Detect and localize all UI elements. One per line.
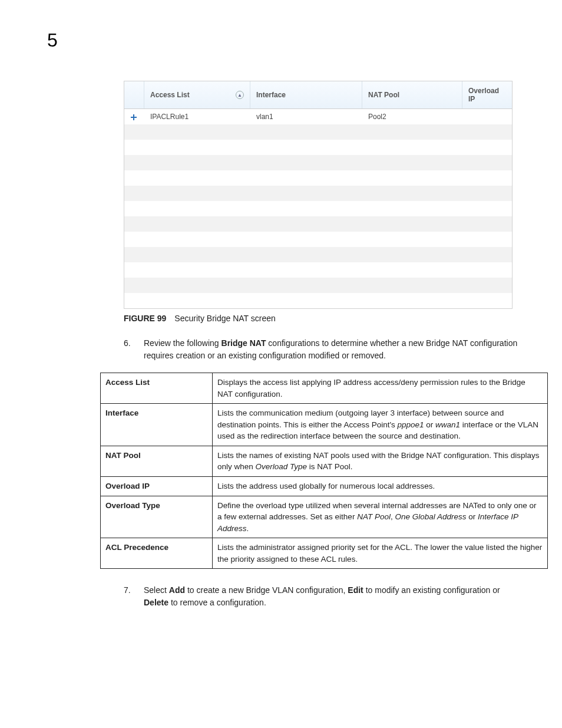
figure-caption-text: Security Bridge NAT screen [174,314,275,323]
step-7-body: Select Add to create a new Bridge VLAN c… [144,584,527,609]
definition-term: Overload Type [101,496,213,538]
col-nat-pool-label: NAT Pool [368,91,399,99]
definition-term: ACL Precedence [101,538,213,569]
figure-screenshot: Access List ▲ Interface NAT Pool Overloa… [124,81,527,309]
col-interface[interactable]: Interface [250,81,362,108]
step-6-body: Review the following Bridge NAT configur… [144,337,527,362]
table-row[interactable] [124,216,512,232]
definition-description: Displays the access list applying IP add… [213,373,548,404]
definition-description: Lists the address used globally for nume… [213,476,548,496]
table-row: ACL PrecedenceLists the administrator as… [101,538,548,569]
definition-description: Lists the administrator assigned priorit… [213,538,548,569]
table-row[interactable] [124,201,512,216]
col-overload-ip[interactable]: Overload IP [462,81,512,108]
table-row[interactable] [124,155,512,170]
step-7-number: 7. [124,584,144,609]
col-access-list-label: Access List [150,91,190,99]
col-nat-pool[interactable]: NAT Pool [362,81,462,108]
table-row: Overload TypeDefine the overload type ut… [101,496,548,538]
table-row[interactable] [124,293,512,308]
definition-description: Lists the names of existing NAT pools us… [213,446,548,476]
definition-term: Access List [101,373,213,404]
table-row[interactable] [124,232,512,247]
step-6: 6. Review the following Bridge NAT confi… [124,337,527,362]
figure-label: FIGURE 99 [124,314,166,323]
table-row[interactable] [124,186,512,201]
definition-term: NAT Pool [101,446,213,476]
table-row: Access ListDisplays the access list appl… [101,373,548,404]
svg-rect-1 [131,117,137,118]
col-overload-ip-label: Overload IP [468,87,506,103]
sort-asc-icon[interactable]: ▲ [236,91,244,99]
page-number: 5 [47,29,527,51]
screenshot-header: Access List ▲ Interface NAT Pool Overloa… [124,81,512,109]
col-interface-label: Interface [256,91,286,99]
definition-table: Access ListDisplays the access list appl… [100,373,548,569]
definition-term: Overload IP [101,476,213,496]
table-row[interactable] [124,140,512,155]
table-row: Overload IPLists the address used global… [101,476,548,496]
table-row[interactable] [124,278,512,293]
col-access-list[interactable]: Access List ▲ [144,81,250,108]
definition-description: Define the overload type utilized when s… [213,496,548,538]
table-row: InterfaceLists the communication medium … [101,404,548,446]
table-row[interactable] [124,262,512,278]
step-7: 7. Select Add to create a new Bridge VLA… [124,584,527,609]
table-row[interactable] [124,170,512,186]
table-row: NAT PoolLists the names of existing NAT … [101,446,548,476]
figure-caption: FIGURE 99Security Bridge NAT screen [124,314,527,323]
add-icon[interactable] [124,113,144,121]
definition-description: Lists the communication medium (outgoing… [213,404,548,446]
table-row[interactable] [124,247,512,262]
definition-term: Interface [101,404,213,446]
step-6-number: 6. [124,337,144,362]
table-row[interactable] [124,124,512,140]
table-row[interactable]: IPACLRule1vlan1Pool2 [124,109,512,124]
